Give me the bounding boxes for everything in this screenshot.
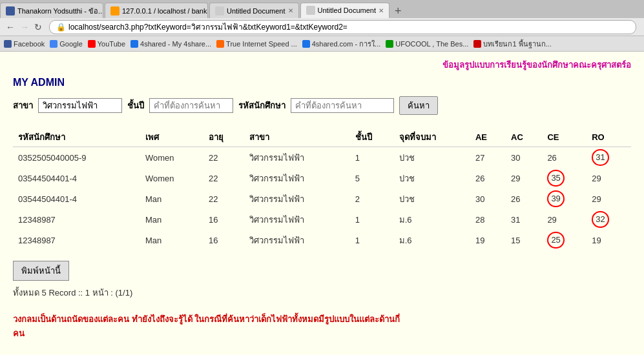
col-header-ae: AE [470,128,506,147]
bookmark-4shared-com[interactable]: 4shared.com - การใ... [302,38,381,50]
bookmark-icon-4shared-my [130,40,138,48]
search-field2[interactable] [149,98,233,113]
table-cell: 03544504401-4 [13,168,140,188]
table-cell: วิศวกรรมไฟฟ้า [244,209,350,230]
table-cell: 26 [542,147,587,168]
table-cell: 28 [470,209,506,230]
tab-favicon-facebook [6,6,15,15]
table-cell: 0352505040005-9 [13,147,140,168]
table-cell: 12348987 [13,230,140,250]
field2-label: ชั้นปี [127,99,144,112]
table-cell: ปวช [394,147,470,168]
table-cell: 26 [506,188,542,209]
table-cell: Man [140,188,203,209]
bookmark-label-true-speed: True Internet Speed ... [226,40,297,48]
back-button[interactable]: ← [4,22,17,32]
search-field1[interactable] [38,98,122,113]
table-cell: 22 [203,168,244,188]
tab-facebook[interactable]: Thanakorn Yodsutthi - ข้อ... ✕ [0,3,103,18]
browser-chrome: Thanakorn Yodsutthi - ข้อ... ✕ 127.0.0.1… [0,0,644,52]
bookmark-label-4shared-my: 4shared - My 4share... [140,40,211,48]
col-header-gender: เพศ [140,128,203,147]
table-cell: 39 [542,188,587,209]
table-cell: 1 [350,209,394,230]
field3-label: รหัสนักศึกษา [238,99,286,112]
table-cell: 31 [587,147,631,168]
table-cell: 03544504401-4 [13,188,140,209]
bookmark-label-google: Google [59,40,82,48]
address-bar[interactable]: 🔒 localhost/search3.php?txtKeyword=วิศวก… [49,20,636,34]
bookmark-ufocool[interactable]: UFOCOOL , The Bes... [386,40,468,48]
table-cell: ปวช [394,168,470,188]
tab-favicon-pma [110,6,119,15]
bookmark-google[interactable]: Google [50,40,82,48]
circled-value: 35 [547,170,564,187]
bookmarks-bar: Facebook Google YouTube 4shared - My 4sh… [0,36,644,52]
table-cell: 27 [470,147,506,168]
tab-close-untitled1[interactable]: ✕ [288,7,293,14]
reload-button[interactable]: ↻ [32,22,44,32]
page-header: ข้อมูลรูปแบบการเรียนรู้ของนักศึกษาคณะครุ… [13,58,631,72]
tab-label-pma: 127.0.0.1 / localhost / bank [122,7,207,15]
table-cell: 29 [587,188,631,209]
table-cell: 19 [470,230,506,250]
new-tab-button[interactable]: + [391,5,406,18]
tab-label-facebook: Thanakorn Yodsutthi - ข้อ... [17,5,103,17]
print-button[interactable]: พิมพ์หน้านี้ [13,261,69,281]
table-cell: 19 [587,230,631,250]
bookmark-label-facebook: Facebook [14,40,45,48]
table-cell: 22 [203,188,244,209]
table-cell: 5 [350,168,394,188]
tab-untitled2[interactable]: Untitled Document ✕ [300,3,390,18]
field1-label: สาขา [13,99,33,112]
bookmark-youtube[interactable]: YouTube [88,40,125,48]
bookmark-facebook[interactable]: Facebook [4,40,45,48]
bookmark-icon-lesson [473,40,481,48]
table-cell: 25 [542,230,587,250]
tab-pma[interactable]: 127.0.0.1 / localhost / bank ✕ [105,3,208,18]
tab-untitled1[interactable]: Untitled Document ✕ [209,3,299,18]
bookmark-icon-youtube [88,40,96,48]
bookmark-icon-true-speed [216,40,224,48]
circled-value: 25 [547,232,564,249]
lock-icon: 🔒 [56,23,66,32]
table-cell: 29 [587,168,631,188]
table-cell: 2 [350,188,394,209]
tab-favicon-untitled2 [306,6,315,15]
table-cell: 31 [506,209,542,230]
tab-label-untitled2: Untitled Document [318,6,377,14]
table-cell: Man [140,209,203,230]
bookmark-true-speed[interactable]: True Internet Speed ... [216,40,297,48]
col-header-age: อายุ [203,128,244,147]
col-header-major: สาขา [244,128,350,147]
table-cell: วิศวกรรมไฟฟ้า [244,168,350,188]
table-cell: 1 [350,147,394,168]
bookmark-4shared-my[interactable]: 4shared - My 4share... [130,40,211,48]
table-cell: 1 [350,230,394,250]
col-header-ac: AC [506,128,542,147]
col-header-ce: CE [542,128,587,147]
table-cell: 22 [203,147,244,168]
circled-value: 32 [592,211,608,228]
table-cell: 29 [542,209,587,230]
col-header-id: รหัสนักศึกษา [13,128,140,147]
table-cell: Man [140,230,203,250]
tab-close-untitled2[interactable]: ✕ [379,7,384,14]
table-cell: 32 [587,209,631,230]
table-cell: ปวช [394,188,470,209]
col-header-origin: จุดที่จบมา [394,128,470,147]
record-info: ทั้งหมด 5 Record :: 1 หน้า : (1/1) [13,286,631,299]
table-cell: Women [140,168,203,188]
search-button[interactable]: ค้นหา [399,96,438,115]
table-row: 03544504401-4Man22วิศวกรรมไฟฟ้า2ปวช30263… [13,188,631,209]
table-cell: 30 [506,147,542,168]
table-cell: 29 [506,168,542,188]
table-row: 0352505040005-9Women22วิศวกรรมไฟฟ้า1ปวช2… [13,147,631,168]
table-row: 12348987Man16วิศวกรรมไฟฟ้า1ม.619152519 [13,230,631,250]
forward-button[interactable]: → [18,22,31,32]
table-cell: ม.6 [394,230,470,250]
search-field3[interactable] [291,98,394,113]
bookmark-icon-facebook [4,40,12,48]
bookmark-lesson[interactable]: บทเรียนก1 พื้นฐานก... [473,38,551,50]
data-table: รหัสนักศึกษา เพศ อายุ สาขา ชั้นปี จุดที่… [13,128,631,250]
